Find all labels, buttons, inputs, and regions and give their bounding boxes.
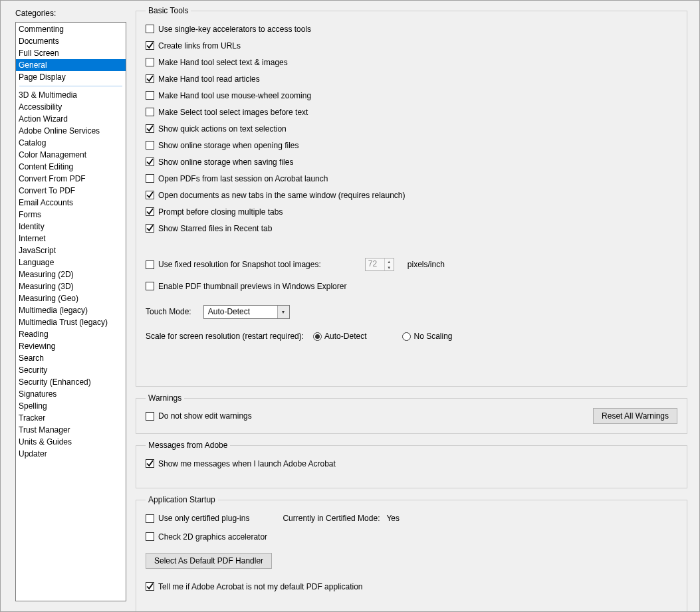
scale-no-scaling-radio[interactable]: No Scaling [402,332,452,341]
category-item[interactable]: Security [16,364,126,376]
category-item[interactable]: Catalog [16,137,126,149]
category-item[interactable]: Accessibility [16,101,126,113]
basic-tools-checkbox[interactable] [146,108,154,116]
basic-tools-option: Show quick actions on text selection [146,120,677,137]
basic-tools-checkbox-label: Make Select tool select images before te… [158,108,308,117]
category-item[interactable]: Multimedia Trust (legacy) [16,316,126,328]
category-item[interactable]: Full Screen [16,47,126,59]
scale-auto-detect-radio[interactable]: Auto-Detect [313,332,366,341]
spinner-down-icon[interactable]: ▼ [385,264,394,270]
basic-tools-checkbox-label: Prompt before closing multiple tabs [158,207,283,217]
category-item[interactable]: 3D & Multimedia [16,89,126,101]
category-item[interactable]: Trust Manager [16,424,126,436]
default-app-notify-checkbox[interactable] [146,582,154,591]
basic-tools-checkbox[interactable] [146,191,154,199]
category-item[interactable]: Internet [16,233,126,245]
basic-tools-option: Show online storage when opening files [146,137,677,153]
certified-plugins-checkbox[interactable] [146,514,154,523]
category-item[interactable]: Convert From PDF [16,173,126,185]
basic-tools-option: Show Starred files in Recent tab [146,220,677,237]
certified-mode-label: Currently in Certified Mode: [283,514,380,523]
basic-tools-checkbox-label: Make Hand tool read articles [158,74,260,84]
basic-tools-checkbox[interactable] [146,25,154,33]
category-item[interactable]: Reviewing [16,340,126,352]
category-item[interactable]: Color Management [16,149,126,161]
snapshot-resolution-checkbox[interactable] [146,260,154,269]
settings-panel: Basic Tools Use single-key accelerators … [130,1,699,611]
edit-warnings-checkbox[interactable] [146,412,154,421]
category-item[interactable]: Reading [16,328,126,340]
category-item[interactable]: Updater [16,448,126,460]
category-item[interactable]: Language [16,256,126,268]
certified-mode-value: Yes [386,514,400,523]
categories-label: Categories: [15,9,126,18]
category-item[interactable]: Multimedia (legacy) [16,304,126,316]
startup-legend: Application Startup [146,495,218,504]
basic-tools-checkbox[interactable] [146,74,154,83]
category-item[interactable]: Spelling [16,400,126,412]
category-item[interactable]: Security (Enhanced) [16,376,126,388]
messages-group: Messages from Adobe Show me messages whe… [136,441,687,488]
spinner-up-icon[interactable]: ▲ [385,258,394,264]
basic-tools-checkbox[interactable] [146,91,154,100]
category-item[interactable]: Forms [16,209,126,221]
show-messages-checkbox[interactable] [146,459,154,468]
basic-tools-checkbox[interactable] [146,207,154,216]
startup-group: Application Startup Use only certified p… [136,495,687,611]
basic-tools-option: Show online storage when saving files [146,153,677,170]
basic-tools-checkbox-label: Show online storage when opening files [158,141,298,150]
basic-tools-option: Prompt before closing multiple tabs [146,203,677,220]
basic-tools-option: Open PDFs from last session on Acrobat l… [146,170,677,187]
category-item[interactable]: Action Wizard [16,113,126,125]
category-item[interactable]: JavaScript [16,245,126,256]
basic-tools-checkbox-label: Use single-key accelerators to access to… [158,25,311,34]
chevron-down-icon: ▾ [277,306,289,318]
category-item[interactable]: Commenting [16,23,126,35]
category-item[interactable]: Identity [16,221,126,233]
category-item[interactable]: Adobe Online Services [16,125,126,137]
category-item[interactable]: Measuring (3D) [16,280,126,292]
category-item[interactable]: Tracker [16,412,126,424]
basic-tools-checkbox[interactable] [146,157,154,166]
basic-tools-option: Make Hand tool select text & images [146,54,677,70]
basic-tools-checkbox-label: Open PDFs from last session on Acrobat l… [158,174,328,183]
category-item[interactable]: Signatures [16,388,126,400]
category-item[interactable]: Convert To PDF [16,185,126,197]
preferences-dialog: Categories: CommentingDocumentsFull Scre… [0,0,700,612]
scale-label: Scale for screen resolution (restart req… [146,332,304,341]
reset-warnings-button[interactable]: Reset All Warnings [593,408,677,424]
default-app-notify-label: Tell me if Adobe Acrobat is not my defau… [158,582,363,591]
snapshot-unit-label: pixels/inch [408,260,445,269]
basic-tools-checkbox[interactable] [146,124,154,133]
basic-tools-legend: Basic Tools [146,6,191,15]
pdf-thumbnail-checkbox[interactable] [146,282,154,290]
category-item[interactable]: Units & Guides [16,436,126,448]
category-item[interactable]: Measuring (Geo) [16,292,126,304]
warnings-group: Warnings Do not show edit warnings Reset… [136,393,687,434]
category-item[interactable]: Content Editing [16,161,126,173]
categories-panel: Categories: CommentingDocumentsFull Scre… [1,1,130,611]
basic-tools-checkbox[interactable] [146,58,154,66]
touch-mode-combobox[interactable]: Auto-Detect ▾ [203,305,290,319]
basic-tools-checkbox-label: Show quick actions on text selection [158,124,287,134]
basic-tools-option: Make Select tool select images before te… [146,104,677,120]
certified-plugins-label: Use only certified plug-ins [158,514,249,523]
category-item[interactable]: Measuring (2D) [16,268,126,280]
graphics-accel-checkbox[interactable] [146,532,154,541]
basic-tools-checkbox[interactable] [146,41,154,50]
category-item[interactable]: Documents [16,35,126,47]
default-pdf-handler-button[interactable]: Select As Default PDF Handler [146,553,272,569]
basic-tools-checkbox[interactable] [146,174,154,183]
edit-warnings-label: Do not show edit warnings [158,411,252,421]
category-item[interactable]: Email Accounts [16,197,126,209]
category-item[interactable]: Search [16,352,126,364]
categories-list[interactable]: CommentingDocumentsFull ScreenGeneralPag… [15,22,126,601]
basic-tools-checkbox-label: Open documents as new tabs in the same w… [158,191,406,200]
basic-tools-checkbox-label: Show Starred files in Recent tab [158,224,272,233]
category-item[interactable]: General [16,59,126,71]
basic-tools-option: Open documents as new tabs in the same w… [146,187,677,203]
snapshot-resolution-spinner[interactable]: 72 ▲▼ [365,258,394,271]
basic-tools-checkbox[interactable] [146,141,154,150]
basic-tools-checkbox[interactable] [146,224,154,233]
category-item[interactable]: Page Display [16,71,126,83]
